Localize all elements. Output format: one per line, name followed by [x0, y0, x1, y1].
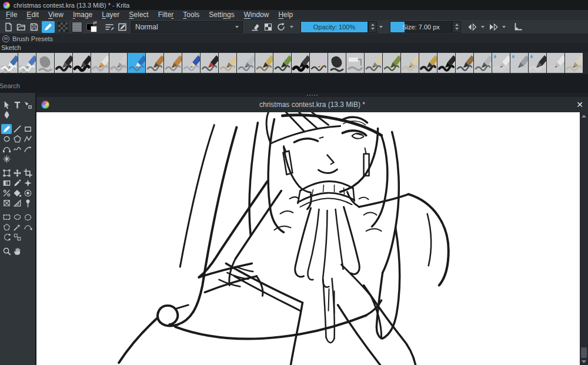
- new-document-button[interactable]: [2, 21, 15, 33]
- select-shapes-tool[interactable]: [1, 100, 12, 110]
- brush-settings-button[interactable]: [103, 21, 116, 33]
- brush-preset-eraser-soft[interactable]: [18, 53, 36, 73]
- line-tool[interactable]: [12, 124, 22, 134]
- brush-preset-pen-soft-orange[interactable]: [91, 53, 109, 73]
- fill-tool[interactable]: [12, 188, 22, 198]
- brush-preset-pen-soft-gray[interactable]: [109, 53, 127, 73]
- save-document-button[interactable]: [28, 21, 41, 33]
- vertical-scrollbar[interactable]: [580, 112, 588, 365]
- brush-preset-ink-brush[interactable]: [73, 53, 91, 73]
- brush-preset-pencil-green[interactable]: [273, 53, 291, 73]
- bezier-selection-tool[interactable]: [22, 222, 33, 232]
- open-document-button[interactable]: [15, 21, 28, 33]
- menu-help[interactable]: Help: [273, 10, 298, 20]
- dynamic-brush-tool[interactable]: [22, 144, 33, 154]
- transform-tool[interactable]: [1, 168, 12, 178]
- brush-preset-brush-cream[interactable]: [565, 53, 583, 73]
- gradient-tool[interactable]: [1, 178, 12, 188]
- brush-preset-pencil-blue[interactable]: [182, 53, 200, 73]
- polygonal-selection-tool[interactable]: [1, 222, 12, 232]
- brush-presets-docker-header[interactable]: Brush Presets: [0, 34, 588, 43]
- crop-tool[interactable]: [22, 168, 33, 178]
- menu-filter[interactable]: Filter: [153, 10, 179, 20]
- reference-images-tool[interactable]: [22, 198, 33, 208]
- trim-image-button[interactable]: [512, 21, 524, 33]
- text-tool[interactable]: [12, 100, 22, 110]
- calligraphy-tool[interactable]: [1, 110, 12, 120]
- brush-size-slider[interactable]: Size: 7.00 px: [390, 21, 452, 33]
- brush-preset-pencil-graphite[interactable]: [474, 53, 492, 73]
- brush-preset-brush-thin[interactable]: [164, 53, 182, 73]
- color-sampler-tool[interactable]: [12, 178, 22, 188]
- brush-preset-pen-gold-texture[interactable]: [419, 53, 437, 73]
- pattern-chooser-swatch[interactable]: [72, 22, 82, 32]
- close-icon[interactable]: ✕: [576, 101, 583, 109]
- brush-preset-brush-watery[interactable]: [365, 53, 382, 73]
- bezier-curve-tool[interactable]: [1, 144, 12, 154]
- foreground-background-colors[interactable]: ⇄: [86, 22, 97, 32]
- size-spinner[interactable]: [452, 21, 461, 33]
- freehand-brush-tool[interactable]: [1, 124, 12, 134]
- gradient-chooser-swatch[interactable]: [58, 22, 68, 32]
- mirror-horizontal-dropdown[interactable]: [479, 22, 487, 32]
- menu-window[interactable]: Window: [239, 10, 274, 20]
- reload-preset-button[interactable]: [275, 21, 288, 33]
- opacity-slider[interactable]: Opacity: 100%: [300, 21, 368, 33]
- pan-tool[interactable]: [12, 246, 22, 256]
- menu-file[interactable]: File: [1, 10, 22, 20]
- freehand-path-tool[interactable]: [12, 144, 22, 154]
- opacity-dropdown[interactable]: [377, 22, 385, 32]
- brush-preset-pencil-wood[interactable]: [456, 53, 473, 73]
- elliptical-selection-tool[interactable]: [12, 212, 22, 222]
- mirror-vertical-button[interactable]: [487, 21, 500, 33]
- brush-preset-airbrush-soft[interactable]: [492, 53, 510, 73]
- reload-preset-dropdown[interactable]: [288, 22, 296, 32]
- brush-preset-pen-white[interactable]: [547, 53, 564, 73]
- brush-preset-pen-metal[interactable]: [237, 53, 255, 73]
- brush-preset-brush-round-soft[interactable]: [310, 53, 328, 73]
- rectangular-selection-tool[interactable]: [1, 212, 12, 222]
- brush-preset-blender-soft[interactable]: [36, 53, 54, 73]
- active-tool-button[interactable]: [42, 21, 55, 33]
- blending-mode-select[interactable]: Normal: [131, 21, 243, 33]
- mirror-horizontal-button[interactable]: [466, 21, 479, 33]
- brush-preset-sketch-pencil[interactable]: [128, 53, 145, 73]
- menu-layer[interactable]: Layer: [97, 10, 124, 20]
- eraser-mode-button[interactable]: [249, 21, 262, 33]
- menu-image[interactable]: Image: [68, 10, 97, 20]
- opacity-spinner[interactable]: [368, 21, 377, 33]
- brush-tag-filter[interactable]: Sketch: [0, 43, 588, 52]
- scrollbar-thumb[interactable]: [581, 347, 587, 358]
- brush-preset-eraser-small[interactable]: [0, 53, 18, 73]
- brush-preset-pen-texture-metal[interactable]: [510, 53, 528, 73]
- enclose-fill-tool[interactable]: [22, 188, 33, 198]
- contiguous-selection-tool[interactable]: [12, 222, 22, 232]
- brush-preset-charcoal-fat[interactable]: [437, 53, 455, 73]
- docker-splitter[interactable]: [36, 93, 588, 97]
- brush-preset-chooser-button[interactable]: [116, 21, 129, 33]
- mesh-transform-tool[interactable]: [1, 198, 12, 208]
- window-titlebar[interactable]: christmas contest.kra (13.3 MiB) * - Kri…: [0, 0, 588, 10]
- menu-tools[interactable]: Tools: [178, 10, 204, 20]
- canvas[interactable]: [36, 112, 580, 365]
- freehand-selection-tool[interactable]: [22, 212, 33, 222]
- multibrush-tool[interactable]: [1, 154, 12, 164]
- brush-preset-quill-gold[interactable]: [255, 53, 273, 73]
- brush-preset-roller[interactable]: [346, 53, 364, 73]
- polygon-tool[interactable]: [12, 134, 22, 144]
- polyline-tool[interactable]: [22, 134, 33, 144]
- similar-selection-tool[interactable]: [12, 232, 22, 242]
- magnetic-selection-tool[interactable]: [1, 232, 12, 242]
- brush-search-field[interactable]: Search: [0, 74, 588, 93]
- assistants-tool[interactable]: [12, 198, 22, 208]
- menu-edit[interactable]: Edit: [22, 10, 44, 20]
- rectangle-tool[interactable]: [22, 124, 33, 134]
- brush-preset-pencil-charcoal[interactable]: [201, 53, 218, 73]
- smart-patch-tool[interactable]: [22, 178, 33, 188]
- preserve-alpha-button[interactable]: [262, 21, 275, 33]
- move-tool[interactable]: [12, 168, 22, 178]
- menu-view[interactable]: View: [44, 10, 68, 20]
- mirror-vertical-dropdown[interactable]: [500, 22, 508, 32]
- ellipse-tool[interactable]: [1, 134, 12, 144]
- measure-tool[interactable]: [1, 188, 12, 198]
